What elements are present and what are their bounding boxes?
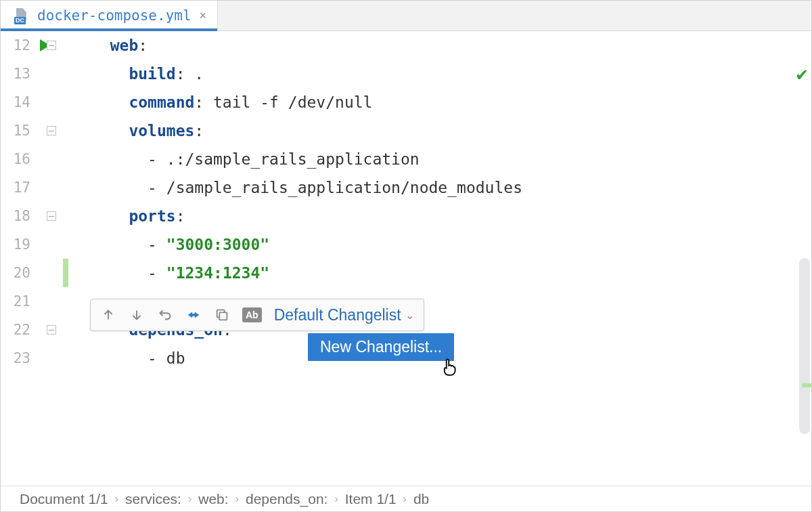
fold-toggle-icon[interactable] xyxy=(47,41,56,50)
line-number: 18 xyxy=(1,202,30,230)
breadcrumb-item[interactable]: services: xyxy=(125,491,181,507)
line-number: 13 xyxy=(1,60,30,88)
close-icon[interactable]: × xyxy=(200,9,207,23)
code-line[interactable]: ports: xyxy=(91,202,811,230)
code-line[interactable]: command: tail -f /dev/null xyxy=(91,88,811,116)
breadcrumb-item[interactable]: Document 1/1 xyxy=(20,491,108,507)
fold-toggle-icon[interactable] xyxy=(47,126,56,135)
breadcrumb-item[interactable]: db xyxy=(413,491,429,507)
line-number: 19 xyxy=(1,230,30,259)
inspection-ok-icon[interactable]: ✔ xyxy=(795,66,809,85)
change-marker-toolbar: Ab Default Changelist ⌄ xyxy=(90,299,424,331)
tab-bar: DC docker-compose.yml × xyxy=(1,1,811,31)
breadcrumb-separator: › xyxy=(235,493,239,505)
code-line[interactable]: volumes: xyxy=(91,116,811,145)
editor-tab[interactable]: DC docker-compose.yml × xyxy=(1,1,218,30)
code-area[interactable]: web: build: . command: tail -f /dev/null… xyxy=(64,31,811,486)
line-number: 15 xyxy=(1,116,30,145)
code-line[interactable]: build: . xyxy=(91,60,811,88)
code-editor[interactable]: 121314151617181920212223 web: build: . c… xyxy=(1,31,811,486)
breadcrumb-separator: › xyxy=(334,493,338,505)
breadcrumb-item[interactable]: web: xyxy=(198,491,228,507)
line-number: 16 xyxy=(1,145,30,173)
code-line[interactable]: - "1234:1234" xyxy=(91,259,811,287)
line-number: 20 xyxy=(1,259,30,287)
line-number: 12 xyxy=(1,31,30,60)
fold-column xyxy=(37,31,64,486)
breadcrumb-separator: › xyxy=(403,493,407,505)
scrollbar-thumb[interactable] xyxy=(799,258,810,434)
next-change-button[interactable] xyxy=(129,307,145,323)
line-number: 22 xyxy=(1,316,30,344)
line-number: 21 xyxy=(1,287,30,316)
copy-button[interactable] xyxy=(214,307,230,323)
line-number: 23 xyxy=(1,344,30,372)
rollback-button[interactable] xyxy=(157,307,173,323)
fold-toggle-icon[interactable] xyxy=(47,325,56,335)
change-marker[interactable] xyxy=(802,383,811,387)
highlight-words-button[interactable]: Ab xyxy=(242,307,262,322)
code-line[interactable]: web: xyxy=(91,31,811,60)
code-line[interactable]: - "3000:3000" xyxy=(91,230,811,259)
line-number-gutter: 121314151617181920212223 xyxy=(1,31,37,486)
tab-filename: docker-compose.yml xyxy=(37,7,191,24)
svg-rect-0 xyxy=(219,312,227,320)
breadcrumb-item[interactable]: depends_on: xyxy=(246,491,328,507)
code-line[interactable]: - /sample_rails_application/node_modules xyxy=(91,173,811,202)
breadcrumb-separator: › xyxy=(115,493,118,505)
code-line[interactable]: - .:/sample_rails_application xyxy=(91,145,811,173)
changelist-dropdown[interactable]: Default Changelist ⌄ xyxy=(274,306,414,324)
breadcrumb-item[interactable]: Item 1/1 xyxy=(345,491,397,507)
show-diff-button[interactable] xyxy=(185,307,202,323)
breadcrumb-separator: › xyxy=(188,493,191,505)
line-number: 14 xyxy=(1,88,30,116)
fold-toggle-icon[interactable] xyxy=(47,211,56,221)
docker-compose-file-icon: DC xyxy=(14,8,29,23)
ide-window: DC docker-compose.yml × 1213141516171819… xyxy=(0,0,812,512)
chevron-down-icon: ⌄ xyxy=(405,309,414,322)
previous-change-button[interactable] xyxy=(100,307,116,323)
new-changelist-menu-item[interactable]: New Changelist... xyxy=(308,333,454,361)
mouse-pointer-icon xyxy=(441,357,459,381)
changelist-label: Default Changelist xyxy=(274,306,401,324)
right-gutter: ✔ xyxy=(796,62,811,460)
line-number: 17 xyxy=(1,173,30,202)
breadcrumb[interactable]: Document 1/1›services:›web:›depends_on:›… xyxy=(1,486,811,511)
